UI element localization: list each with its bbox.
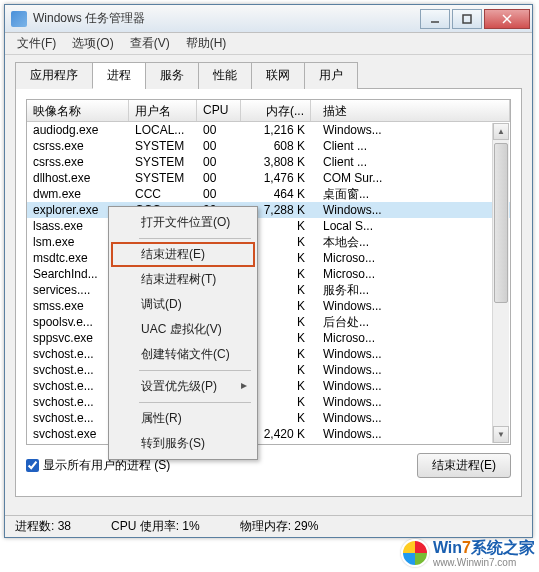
table-row[interactable]: svchost.e...KWindows... <box>27 346 510 362</box>
table-row[interactable]: csrss.exeSYSTEM00608 KClient ... <box>27 138 510 154</box>
status-bar: 进程数: 38 CPU 使用率: 1% 物理内存: 29% <box>5 515 532 537</box>
col-cpu[interactable]: CPU <box>197 100 241 121</box>
table-row[interactable]: SearchInd...KMicroso... <box>27 266 510 282</box>
context-menu-item[interactable]: 结束进程树(T) <box>111 267 255 292</box>
col-image-name[interactable]: 映像名称 <box>27 100 129 121</box>
tab-5[interactable]: 用户 <box>304 62 358 89</box>
table-row[interactable]: dwm.exeCCC00464 K桌面窗... <box>27 186 510 202</box>
watermark-url: www.Winwin7.com <box>433 557 535 568</box>
watermark: Win7系统之家 www.Winwin7.com <box>401 538 535 568</box>
end-process-button[interactable]: 结束进程(E) <box>417 453 511 478</box>
table-row[interactable]: smss.exeKWindows... <box>27 298 510 314</box>
tab-3[interactable]: 性能 <box>198 62 252 89</box>
tab-0[interactable]: 应用程序 <box>15 62 93 89</box>
menu-file[interactable]: 文件(F) <box>9 33 64 54</box>
scroll-down-button[interactable]: ▼ <box>493 426 509 443</box>
context-menu-item[interactable]: 调试(D) <box>111 292 255 317</box>
close-button[interactable] <box>484 9 530 29</box>
menu-separator <box>139 370 251 371</box>
context-menu-item[interactable]: 设置优先级(P) <box>111 374 255 399</box>
table-row[interactable]: lsass.exeKLocal S... <box>27 218 510 234</box>
processes-panel: 映像名称 用户名 CPU 内存(... 描述 audiodg.exeLOCAL.… <box>15 89 522 497</box>
table-row[interactable]: explorer.exeCCC007,288 KWindows... <box>27 202 510 218</box>
table-row[interactable]: msdtc.exeKMicroso... <box>27 250 510 266</box>
table-row[interactable]: svchost.e...KWindows... <box>27 362 510 378</box>
process-context-menu[interactable]: 打开文件位置(O)结束进程(E)结束进程树(T)调试(D)UAC 虚拟化(V)创… <box>108 206 258 460</box>
window-buttons <box>418 9 530 29</box>
table-row[interactable]: lsm.exeK本地会... <box>27 234 510 250</box>
table-row[interactable]: svchost.exeNETWO...002,420 KWindows... <box>27 426 510 442</box>
table-row[interactable]: csrss.exeSYSTEM003,808 KClient ... <box>27 154 510 170</box>
table-row[interactable]: services....K服务和... <box>27 282 510 298</box>
table-row[interactable]: svchost.e...KWindows... <box>27 410 510 426</box>
process-list[interactable]: 映像名称 用户名 CPU 内存(... 描述 audiodg.exeLOCAL.… <box>26 99 511 445</box>
context-menu-item[interactable]: UAC 虚拟化(V) <box>111 317 255 342</box>
client-area: 应用程序进程服务性能联网用户 映像名称 用户名 CPU 内存(... 描述 au… <box>5 55 532 501</box>
maximize-button[interactable] <box>452 9 482 29</box>
titlebar[interactable]: Windows 任务管理器 <box>5 5 532 33</box>
col-mem[interactable]: 内存(... <box>241 100 311 121</box>
window-title: Windows 任务管理器 <box>33 10 418 27</box>
windows-logo-icon <box>401 539 429 567</box>
col-desc[interactable]: 描述 <box>311 100 510 121</box>
panel-bottom-row: 显示所有用户的进程 (S) 结束进程(E) <box>26 453 511 478</box>
context-menu-item[interactable]: 转到服务(S) <box>111 431 255 456</box>
menu-separator <box>139 238 251 239</box>
context-menu-item[interactable]: 结束进程(E) <box>111 242 255 267</box>
menu-options[interactable]: 选项(O) <box>64 33 121 54</box>
menu-view[interactable]: 查看(V) <box>122 33 178 54</box>
context-menu-item[interactable]: 打开文件位置(O) <box>111 210 255 235</box>
table-row[interactable]: svchost.e...KWindows... <box>27 378 510 394</box>
context-menu-item[interactable]: 创建转储文件(C) <box>111 342 255 367</box>
tab-4[interactable]: 联网 <box>251 62 305 89</box>
table-row[interactable]: svchost.exeLOCAL...002,548 KWindows... <box>27 442 510 444</box>
list-body: audiodg.exeLOCAL...001,216 KWindows...cs… <box>27 122 510 444</box>
scroll-up-button[interactable]: ▲ <box>493 123 509 140</box>
tab-1[interactable]: 进程 <box>92 62 146 89</box>
table-row[interactable]: spoolsv.e...K后台处... <box>27 314 510 330</box>
svg-rect-1 <box>463 15 471 23</box>
menu-help[interactable]: 帮助(H) <box>178 33 235 54</box>
context-menu-item[interactable]: 属性(R) <box>111 406 255 431</box>
menu-separator <box>139 402 251 403</box>
list-header: 映像名称 用户名 CPU 内存(... 描述 <box>27 100 510 122</box>
minimize-button[interactable] <box>420 9 450 29</box>
col-user[interactable]: 用户名 <box>129 100 197 121</box>
tab-2[interactable]: 服务 <box>145 62 199 89</box>
menubar: 文件(F) 选项(O) 查看(V) 帮助(H) <box>5 33 532 55</box>
status-cpu-usage: CPU 使用率: 1% <box>111 518 200 535</box>
vertical-scrollbar[interactable]: ▲ ▼ <box>492 123 509 443</box>
app-icon <box>11 11 27 27</box>
status-process-count: 进程数: 38 <box>15 518 71 535</box>
task-manager-window: Windows 任务管理器 文件(F) 选项(O) 查看(V) 帮助(H) 应用… <box>4 4 533 538</box>
watermark-brand: Win7系统之家 <box>433 539 535 556</box>
table-row[interactable]: svchost.e...KWindows... <box>27 394 510 410</box>
table-row[interactable]: dllhost.exeSYSTEM001,476 KCOM Sur... <box>27 170 510 186</box>
table-row[interactable]: sppsvc.exeKMicroso... <box>27 330 510 346</box>
table-row[interactable]: audiodg.exeLOCAL...001,216 KWindows... <box>27 122 510 138</box>
status-memory-usage: 物理内存: 29% <box>240 518 319 535</box>
show-all-users-input[interactable] <box>26 459 39 472</box>
tab-strip: 应用程序进程服务性能联网用户 <box>15 61 522 89</box>
scroll-thumb[interactable] <box>494 143 508 303</box>
